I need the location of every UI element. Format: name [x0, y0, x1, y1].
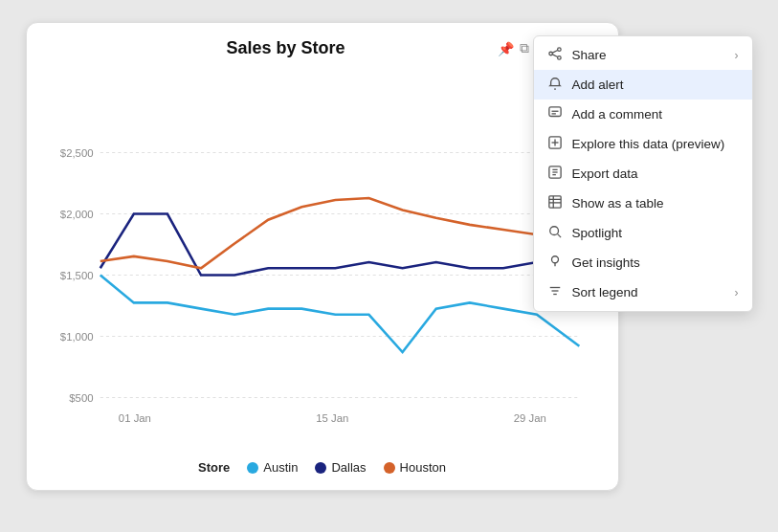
svg-text:$2,000: $2,000: [59, 209, 93, 220]
austin-label: Austin: [263, 460, 298, 475]
svg-line-16: [552, 51, 557, 54]
svg-text:$500: $500: [69, 392, 93, 404]
svg-text:15 Jan: 15 Jan: [316, 412, 348, 424]
menu-item-spotlight[interactable]: Spotlight: [534, 218, 752, 248]
menu-item-explore-data[interactable]: Explore this data (preview): [534, 129, 752, 159]
legend-austin: Austin: [247, 460, 298, 475]
svg-text:$1,000: $1,000: [59, 331, 93, 343]
explore-icon: [547, 136, 563, 152]
houston-dot: [384, 462, 395, 474]
pin-icon[interactable]: 📌: [498, 41, 514, 56]
line-chart: $500 $1,000 $1,500 $2,000 $2,500 01 Jan …: [46, 66, 599, 453]
dallas-label: Dallas: [331, 460, 366, 475]
svg-text:$2,500: $2,500: [59, 147, 93, 159]
sort-icon: [547, 284, 563, 300]
menu-label-sort: Sort legend: [572, 285, 638, 299]
menu-label-show-table: Show as a table: [572, 196, 664, 211]
menu-item-share[interactable]: Share ›: [534, 40, 752, 70]
legend-houston: Houston: [384, 460, 446, 475]
chart-header: Sales by Store 📌 ⧉ 🔔 ≡ ⊡ ···: [46, 38, 599, 58]
dallas-dot: [315, 462, 326, 474]
houston-label: Houston: [400, 460, 446, 475]
austin-line: [100, 276, 579, 353]
sort-chevron: ›: [735, 286, 739, 299]
menu-item-show-table[interactable]: Show as a table: [534, 188, 752, 218]
svg-line-34: [557, 234, 561, 238]
share-icon: [547, 47, 563, 63]
share-chevron: ›: [735, 49, 739, 62]
svg-point-13: [557, 48, 561, 52]
menu-item-add-alert[interactable]: Add alert: [534, 70, 752, 100]
menu-label-share: Share: [572, 48, 607, 62]
houston-line: [100, 198, 579, 268]
svg-point-15: [557, 56, 561, 60]
dallas-line: [100, 214, 579, 276]
legend-dallas: Dallas: [315, 460, 366, 475]
menu-item-insights[interactable]: Get insights: [534, 248, 752, 277]
austin-dot: [247, 462, 258, 474]
menu-item-export[interactable]: Export data: [534, 159, 752, 188]
spotlight-icon: [547, 225, 563, 241]
copy-icon[interactable]: ⧉: [520, 40, 529, 56]
svg-text:01 Jan: 01 Jan: [118, 412, 150, 424]
add-alert-icon: [547, 77, 563, 93]
svg-point-35: [551, 256, 558, 263]
svg-point-33: [549, 227, 558, 235]
context-menu: Share › Add alert: [533, 35, 753, 312]
insights-icon: [547, 255, 563, 271]
menu-label-export: Export data: [572, 166, 638, 181]
store-legend-label: Store: [198, 460, 230, 475]
table-icon: [547, 195, 563, 211]
svg-text:29 Jan: 29 Jan: [513, 412, 545, 424]
menu-label-insights: Get insights: [572, 255, 640, 270]
menu-item-add-comment[interactable]: Add a comment: [534, 100, 752, 129]
svg-point-14: [548, 52, 552, 55]
chart-area: $500 $1,000 $1,500 $2,000 $2,500 01 Jan …: [46, 66, 599, 453]
chart-title: Sales by Store: [75, 38, 498, 58]
svg-text:$1,500: $1,500: [59, 270, 93, 281]
svg-rect-29: [548, 196, 560, 208]
menu-label-explore: Explore this data (preview): [572, 137, 725, 151]
svg-line-17: [552, 55, 557, 57]
menu-label-add-comment: Add a comment: [572, 107, 663, 122]
menu-item-sort-legend[interactable]: Sort legend ›: [534, 277, 752, 307]
chart-card: Sales by Store 📌 ⧉ 🔔 ≡ ⊡ ···: [26, 22, 619, 491]
chart-legend: Store Austin Dallas Houston: [46, 453, 599, 475]
menu-label-spotlight: Spotlight: [572, 226, 623, 240]
add-comment-icon: [547, 106, 563, 122]
menu-label-add-alert: Add alert: [572, 78, 624, 92]
export-icon: [547, 166, 563, 182]
